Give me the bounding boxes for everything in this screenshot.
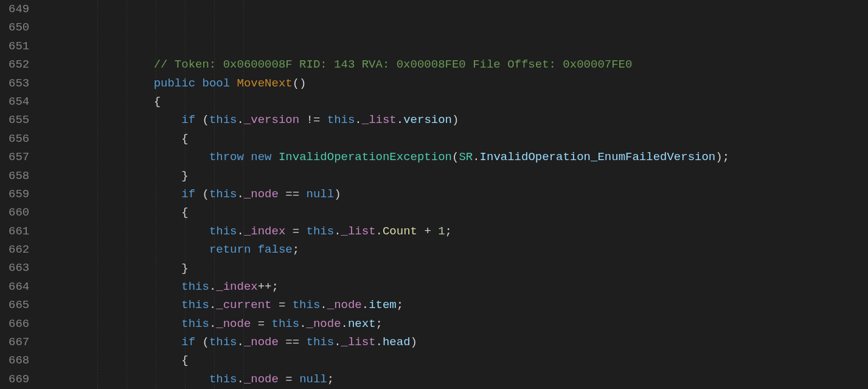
token: . — [237, 113, 244, 127]
token: ) — [411, 335, 417, 349]
line-number: 651 — [9, 37, 29, 55]
line-number: 662 — [9, 240, 29, 259]
token — [230, 77, 237, 90]
token: == — [279, 187, 307, 201]
code-line[interactable]: } — [43, 167, 868, 185]
token: null — [299, 373, 327, 386]
token: . — [473, 150, 479, 164]
line-number: 660 — [9, 203, 29, 222]
line-number: 658 — [9, 167, 29, 185]
token: ; — [397, 298, 403, 312]
token: _list — [341, 335, 376, 349]
token: this — [293, 298, 321, 312]
token: this — [209, 225, 237, 238]
token — [244, 150, 251, 164]
token: . — [209, 298, 216, 312]
token: null — [307, 187, 335, 201]
token: _node — [244, 335, 279, 349]
token: 1 — [438, 225, 445, 238]
line-number: 652 — [9, 55, 29, 74]
token: ( — [195, 335, 209, 349]
token: SR — [459, 150, 473, 164]
code-line[interactable]: { — [43, 130, 868, 148]
token: _node — [216, 317, 251, 331]
token: . — [397, 113, 403, 127]
token: this — [209, 187, 237, 201]
code-line[interactable]: this._index++; — [43, 278, 868, 296]
token: false — [258, 243, 293, 256]
token: ; — [445, 225, 452, 238]
token: ; — [293, 243, 299, 256]
token: . — [376, 225, 383, 238]
line-number: 664 — [9, 278, 29, 296]
code-line[interactable]: // Token: 0x0600008F RID: 143 RVA: 0x000… — [43, 55, 868, 74]
token: = — [272, 298, 293, 312]
code-line[interactable]: if (this._version != this._list.version) — [43, 111, 868, 129]
token: InvalidOperationException — [279, 150, 452, 164]
line-number: 656 — [9, 130, 29, 148]
token: if — [181, 187, 195, 201]
code-line[interactable]: throw new InvalidOperationException(SR.I… — [43, 148, 868, 166]
token: return — [209, 243, 251, 256]
code-line[interactable]: { — [43, 93, 868, 111]
token: public — [154, 77, 195, 90]
token: } — [181, 169, 188, 183]
token: ( — [195, 187, 209, 201]
code-lines: // Token: 0x0600008F RID: 143 RVA: 0x000… — [43, 55, 868, 389]
token: ; — [376, 317, 383, 331]
token: . — [237, 187, 244, 201]
token: . — [376, 335, 383, 349]
line-number: 667 — [9, 333, 29, 351]
code-line[interactable]: this._current = this._node.item; — [43, 296, 868, 314]
line-number: 657 — [9, 148, 29, 166]
code-line[interactable]: { — [43, 351, 868, 370]
code-line[interactable]: { — [43, 203, 868, 222]
token: _node — [307, 317, 341, 331]
token: _node — [244, 373, 279, 386]
code-line[interactable]: if (this._node == this._list.head) — [43, 333, 868, 351]
code-line[interactable]: if (this._node == null) — [43, 185, 868, 203]
token: { — [181, 132, 188, 145]
code-area[interactable]: // Token: 0x0600008F RID: 143 RVA: 0x000… — [43, 0, 868, 389]
token: . — [237, 373, 243, 386]
token: . — [334, 335, 341, 349]
line-number: 655 — [9, 111, 29, 129]
token: this — [209, 335, 237, 349]
token: head — [383, 335, 411, 349]
code-line[interactable]: this._index = this._list.Count + 1; — [43, 222, 868, 240]
token: _version — [244, 113, 299, 127]
code-line[interactable]: public bool MoveNext() — [43, 74, 868, 93]
token: . — [209, 317, 216, 331]
line-number-gutter: 6496506516526536546556566576586596606616… — [0, 0, 43, 389]
code-editor[interactable]: 6496506516526536546556566576586596606616… — [0, 0, 868, 389]
token: this — [209, 113, 237, 127]
token: this — [181, 317, 209, 331]
token: Count — [383, 225, 417, 238]
line-number: 669 — [9, 370, 29, 388]
token: // Token: 0x0600008F RID: 143 RVA: 0x000… — [154, 58, 633, 71]
token: next — [348, 317, 376, 331]
token: { — [154, 95, 161, 108]
code-line[interactable]: this._node = this._node.next; — [43, 315, 868, 333]
token: { — [181, 354, 188, 367]
token: ) — [452, 113, 459, 127]
token: = — [285, 225, 306, 238]
token: ); — [715, 150, 729, 164]
token: } — [181, 262, 188, 275]
token: if — [181, 113, 195, 127]
token: . — [299, 317, 306, 331]
token: () — [293, 77, 307, 90]
token: this — [327, 113, 355, 127]
line-number: 666 — [9, 315, 29, 333]
code-line[interactable]: return false; — [43, 240, 868, 259]
line-number: 665 — [9, 296, 29, 314]
token: this — [307, 225, 335, 238]
token: ) — [334, 187, 341, 201]
token: . — [237, 335, 244, 349]
token: new — [251, 150, 271, 164]
line-number: 659 — [9, 185, 29, 203]
code-line[interactable]: this._node = null; — [43, 370, 868, 388]
token: _current — [216, 298, 271, 312]
token: { — [181, 206, 188, 219]
code-line[interactable]: } — [43, 259, 868, 278]
